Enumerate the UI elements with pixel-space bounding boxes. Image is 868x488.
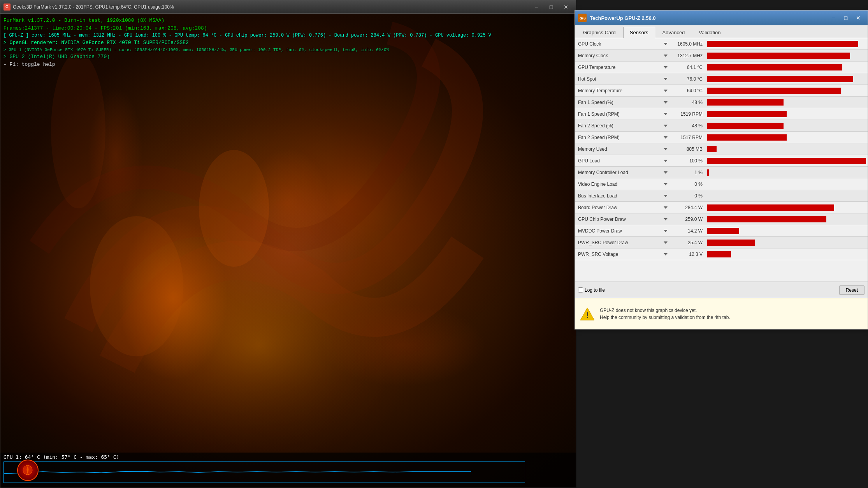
sensor-name-pwr-src-power: PWR_SRC Power Draw [575, 240, 661, 245]
sensor-dropdown-bus-interface[interactable] [661, 191, 671, 201]
sensor-row-pwr-src-power: PWR_SRC Power Draw 25.4 W [575, 237, 868, 248]
sensor-value-pwr-src-voltage: 12.3 V [671, 252, 706, 257]
sensor-name-memory-clock: Memory Clock [575, 53, 661, 58]
sensor-value-fan1-pct: 48 % [671, 100, 706, 105]
sensor-value-hot-spot: 76.0 °C [671, 76, 706, 82]
tab-advanced[interactable]: Advanced [656, 27, 692, 38]
sensor-value-pwr-src-power: 25.4 W [671, 240, 706, 245]
gpuz-bottom-bar: Log to file Reset [575, 282, 868, 298]
furmark-minimize-button[interactable]: − [530, 0, 543, 14]
sensor-dropdown-gpu-temp[interactable] [661, 62, 671, 72]
gpuz-close-button-titlebar[interactable]: ✕ [852, 13, 864, 23]
sensor-row-gpu-temp: GPU Temperature 64.1 °C [575, 62, 868, 73]
sensor-bar-fill-chip-power [707, 216, 826, 222]
sensor-row-memory-used: Memory Used 805 MB [575, 143, 868, 155]
warning-icon: ! [580, 306, 595, 322]
sensor-dropdown-mem-ctrl-load[interactable] [661, 167, 671, 178]
sensor-dropdown-board-power[interactable] [661, 203, 671, 213]
sensor-value-fan2-rpm: 1517 RPM [671, 135, 706, 140]
sensor-row-pwr-src-voltage: PWR_SRC Voltage 12.3 V [575, 248, 868, 260]
sensor-name-gpu-temp: GPU Temperature [575, 65, 661, 70]
overlay-line1: FurMark v1.37.2.0 - Burn-in test, 1920x1… [4, 17, 491, 25]
sensor-dropdown-gpu-load[interactable] [661, 156, 671, 166]
sensor-name-memory-used: Memory Used [575, 146, 661, 152]
sensor-dropdown-hot-spot[interactable] [661, 74, 671, 84]
tab-sensors[interactable]: Sensors [623, 27, 655, 38]
sensor-value-mem-ctrl-load: 1 % [671, 170, 706, 175]
sensor-dropdown-fan2-pct[interactable] [661, 121, 671, 131]
furmark-window-controls: − □ ✕ [530, 0, 573, 14]
sensor-dropdown-chip-power[interactable] [661, 214, 671, 224]
sensor-dropdown-memory-temp[interactable] [661, 86, 671, 96]
sensor-row-memory-clock: Memory Clock 1312.7 MHz [575, 50, 868, 62]
overlay-line7: - F1: toggle help [4, 61, 491, 69]
sensor-bar-fill-board-power [707, 204, 834, 211]
sensor-dropdown-video-engine[interactable] [661, 179, 671, 189]
gpu-temp-area: GPU 1: 64° C (min: 57° C - max: 65° C) [0, 453, 576, 488]
sensor-dropdown-mvddc-power[interactable] [661, 226, 671, 236]
sensor-value-fan2-pct: 48 % [671, 123, 706, 129]
sensor-dropdown-pwr-src-power[interactable] [661, 238, 671, 248]
overlay-line4: > OpenGL renderer: NVIDIA GeForce RTX 40… [4, 39, 491, 47]
furmark-overlay: FurMark v1.37.2.0 - Burn-in test, 1920x1… [4, 17, 491, 68]
sensor-bar-mem-ctrl-load [707, 169, 866, 176]
temp-graph-svg [4, 462, 525, 483]
sensor-dropdown-memory-clock[interactable] [661, 51, 671, 61]
sensor-dropdown-fan1-pct[interactable] [661, 97, 671, 107]
sensor-value-fan1-rpm: 1519 RPM [671, 111, 706, 117]
sensor-dropdown-fan1-rpm[interactable] [661, 109, 671, 119]
sensor-bar-fill-memory-clock [707, 53, 850, 59]
sensor-bar-pwr-src-voltage [707, 251, 866, 257]
gpuz-maximize-button[interactable]: □ [840, 13, 852, 23]
sensor-name-gpu-clock: GPU Clock [575, 41, 661, 47]
reset-button[interactable]: Reset [839, 285, 864, 295]
gpuz-window-controls: − □ ✕ [827, 13, 864, 23]
sensor-name-board-power: Board Power Draw [575, 205, 661, 210]
sensor-name-memory-temp: Memory Temperature [575, 88, 661, 93]
svg-text:!: ! [586, 311, 589, 319]
sensor-name-chip-power: GPU Chip Power Draw [575, 217, 661, 222]
log-checkbox-input[interactable] [578, 287, 583, 292]
sensor-bar-gpu-load [707, 158, 866, 164]
overlay-line2: Frames:241377 - time:00:20:04 - FPS:201 … [4, 25, 491, 32]
sensor-value-memory-clock: 1312.7 MHz [671, 53, 706, 58]
log-to-file-checkbox[interactable]: Log to file [578, 287, 605, 293]
sensor-row-memory-temp: Memory Temperature 64.0 °C [575, 85, 868, 97]
sensor-bar-fan2-pct [707, 123, 866, 129]
sensor-row-gpu-clock: GPU Clock 1605.0 MHz [575, 38, 868, 50]
sensor-bar-memory-used [707, 146, 866, 152]
sensor-bar-fan2-rpm [707, 134, 866, 141]
sensor-name-video-engine: Video Engine Load [575, 181, 661, 187]
sensor-dropdown-fan2-rpm[interactable] [661, 132, 671, 143]
tab-graphics-card[interactable]: Graphics Card [576, 27, 622, 38]
sensor-value-gpu-temp: 64.1 °C [671, 65, 706, 70]
tab-validation[interactable]: Validation [692, 27, 727, 38]
sensor-bar-fill-pwr-src-voltage [707, 251, 731, 257]
sensor-dropdown-memory-used[interactable] [661, 144, 671, 154]
sensor-value-video-engine: 0 % [671, 181, 706, 187]
sensor-bar-board-power [707, 204, 866, 211]
sensor-value-memory-used: 805 MB [671, 146, 706, 152]
gpuz-minimize-button[interactable]: − [827, 13, 840, 23]
furmark-maximize-button[interactable]: □ [545, 0, 558, 14]
furmark-close-button[interactable]: ✕ [559, 0, 573, 14]
furmark-titlebar: G Geeks3D FurMark v1.37.2.0 - 201FPS, GP… [0, 0, 576, 14]
sensor-bar-fan1-pct [707, 99, 866, 106]
sensor-name-fan1-pct: Fan 1 Speed (%) [575, 100, 661, 105]
temp-graph [4, 462, 525, 483]
sensor-name-fan2-pct: Fan 2 Speed (%) [575, 123, 661, 129]
sensor-bar-fill-gpu-temp [707, 64, 842, 70]
overlay-line6: > GPU 2 (Intel(R) UHD Graphics 770) [4, 53, 491, 61]
sensor-bar-video-engine [707, 181, 866, 187]
furmark-window: G Geeks3D FurMark v1.37.2.0 - 201FPS, GP… [0, 0, 576, 488]
sensor-bar-fill-pwr-src-power [707, 240, 755, 246]
furmark-icon: G [4, 4, 11, 11]
sensor-name-bus-interface: Bus Interface Load [575, 193, 661, 199]
furmark-logo [4, 456, 51, 484]
sensor-dropdown-pwr-src-voltage[interactable] [661, 249, 671, 259]
svg-point-4 [199, 150, 269, 267]
sensor-dropdown-gpu-clock[interactable] [661, 39, 671, 49]
gpuz-warning-panel: ! GPU-Z does not know this graphics devi… [575, 298, 868, 329]
sensors-table: GPU Clock 1605.0 MHz Memory Clock 1312.7… [575, 38, 868, 260]
sensor-row-mvddc-power: MVDDC Power Draw 14.2 W [575, 225, 868, 237]
